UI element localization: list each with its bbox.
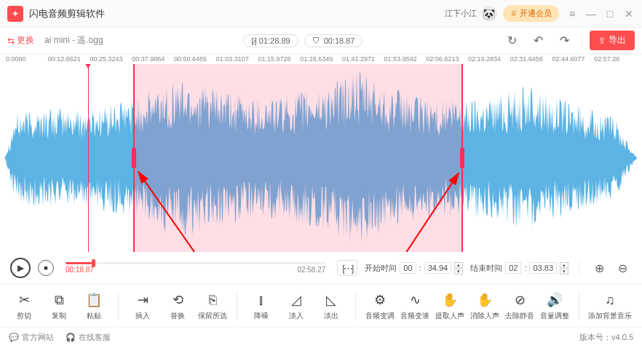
action-insert[interactable]: ⇥插入 bbox=[127, 292, 158, 321]
action-copy[interactable]: ⧉复制 bbox=[44, 292, 74, 321]
end-min[interactable]: 02 bbox=[505, 262, 521, 274]
start-down[interactable]: ▾ bbox=[454, 269, 463, 274]
shield-icon: ⛉ bbox=[312, 36, 320, 45]
fadein-icon: ◿ bbox=[291, 292, 301, 308]
progress-knob[interactable] bbox=[92, 259, 95, 267]
ruler-tick: 01:15.9728 bbox=[258, 55, 300, 64]
keep-label: 保留所选 bbox=[198, 311, 227, 321]
action-removev[interactable]: ✋消除人声 bbox=[469, 292, 500, 321]
action-denoise[interactable]: ⫿降噪 bbox=[246, 292, 277, 321]
start-sec[interactable]: 34.94 bbox=[424, 262, 452, 274]
paste-label: 粘贴 bbox=[87, 311, 101, 321]
fadein-label: 淡入 bbox=[289, 311, 304, 321]
export-button[interactable]: ⇪ 导出 bbox=[590, 31, 635, 50]
selection-handle-right[interactable] bbox=[460, 148, 464, 168]
support-label: 在线客服 bbox=[79, 332, 111, 343]
bgm-icon: ♫ bbox=[605, 292, 615, 308]
end-down[interactable]: ▾ bbox=[560, 269, 568, 274]
copy-label: 复制 bbox=[52, 311, 66, 321]
note-icon: [♪] bbox=[251, 36, 255, 45]
action-cut[interactable]: ✂剪切 bbox=[9, 292, 39, 321]
stop-button[interactable]: ■ bbox=[38, 260, 54, 276]
speed-label: 音频变速 bbox=[400, 311, 429, 321]
export-icon: ⇪ bbox=[598, 36, 606, 46]
vip-button[interactable]: ♕ 开通会员 bbox=[503, 5, 559, 22]
action-replace[interactable]: ⟲替换 bbox=[162, 292, 193, 321]
file-name: ai mini - 遥.ogg bbox=[44, 34, 103, 47]
insert-icon: ⇥ bbox=[138, 292, 148, 308]
start-up[interactable]: ▴ bbox=[454, 262, 463, 268]
swap-label: 更换 bbox=[17, 34, 34, 47]
pitch-label: 音频变调 bbox=[365, 311, 395, 321]
speed-icon: ∿ bbox=[410, 292, 421, 308]
removesilence-label: 去除静音 bbox=[505, 311, 534, 321]
fadeout-icon: ◺ bbox=[326, 292, 336, 308]
ruler-tick: 00:50.6485 bbox=[174, 55, 216, 64]
progress-bar[interactable] bbox=[66, 262, 325, 264]
keep-icon: ⎘ bbox=[209, 292, 217, 308]
copy-icon: ⧉ bbox=[55, 292, 64, 308]
user-name[interactable]: 江下小江 bbox=[445, 8, 477, 19]
swap-file-button[interactable]: ⇆ 更换 bbox=[7, 34, 34, 47]
undo-button[interactable]: ↶ bbox=[529, 31, 548, 50]
pitch-icon: ⚙ bbox=[374, 292, 386, 308]
action-fadeout[interactable]: ◺淡出 bbox=[316, 292, 346, 321]
ruler-tick: 0.0000 bbox=[6, 55, 48, 64]
denoise-icon: ⫿ bbox=[258, 292, 265, 308]
waveform-canvas[interactable] bbox=[4, 64, 638, 252]
end-time-editor: 结束时间 02: 03.83 ▴ ▾ bbox=[470, 262, 568, 274]
fadeout-label: 淡出 bbox=[324, 311, 338, 321]
playhead[interactable] bbox=[88, 64, 89, 252]
action-bgm[interactable]: ♫添加背景音乐 bbox=[588, 292, 632, 321]
site-label: 官方网站 bbox=[22, 332, 54, 343]
bgm-label: 添加背景音乐 bbox=[588, 311, 632, 321]
ruler-tick: 01:03.3107 bbox=[216, 55, 258, 64]
ruler-tick: 00:25.3243 bbox=[90, 55, 132, 64]
action-pitch[interactable]: ⚙音频变调 bbox=[365, 292, 395, 321]
play-button[interactable]: ▶ bbox=[10, 258, 31, 278]
redo-button[interactable]: ↷ bbox=[555, 31, 574, 50]
start-min[interactable]: 00 bbox=[400, 262, 416, 274]
action-volume[interactable]: 🔊音量调整 bbox=[539, 292, 570, 321]
vip-label: 开通会员 bbox=[520, 9, 552, 17]
start-time-editor: 开始时间 00: 34.94 ▴ ▾ bbox=[365, 262, 463, 274]
action-extract[interactable]: ✋提取人声 bbox=[435, 292, 465, 321]
end-up[interactable]: ▴ bbox=[560, 262, 568, 268]
action-removesilence[interactable]: ⊘去除静音 bbox=[504, 292, 535, 321]
removesilence-icon: ⊘ bbox=[515, 292, 526, 308]
volume-label: 音量调整 bbox=[540, 311, 569, 321]
removev-icon: ✋ bbox=[477, 292, 493, 308]
selection-region[interactable] bbox=[133, 64, 463, 252]
official-site-link[interactable]: 💬 官方网站 bbox=[9, 332, 54, 343]
user-avatar[interactable]: 🐼 bbox=[481, 6, 497, 22]
menu-icon[interactable]: ≡ bbox=[566, 8, 578, 20]
selection-handle-left[interactable] bbox=[132, 148, 136, 168]
action-fadein[interactable]: ◿淡入 bbox=[281, 292, 312, 321]
mark-range-button[interactable]: [⋯] bbox=[337, 260, 357, 276]
denoise-label: 降噪 bbox=[254, 311, 269, 321]
insert-label: 插入 bbox=[135, 311, 150, 321]
maximize-icon[interactable]: □ bbox=[604, 8, 616, 20]
zoom-in-button[interactable]: ⊕ bbox=[590, 258, 609, 277]
zoom-out-button[interactable]: ⊖ bbox=[613, 258, 632, 277]
action-paste[interactable]: 📋粘贴 bbox=[79, 292, 109, 321]
replace-icon: ⟲ bbox=[173, 292, 183, 308]
refresh-button[interactable]: ↻ bbox=[503, 31, 522, 50]
title-bar: ✦ 闪电音频剪辑软件 江下小江 🐼 ♕ 开通会员 ≡ — □ ✕ bbox=[0, 0, 642, 28]
current-time: 00:18.87 bbox=[66, 266, 94, 274]
action-speed[interactable]: ∿音频变速 bbox=[400, 292, 430, 321]
start-label: 开始时间 bbox=[365, 263, 397, 274]
ruler-tick: 02:06.6213 bbox=[426, 55, 468, 64]
extract-label: 提取人声 bbox=[435, 311, 464, 321]
playback-controls: ▶ ■ 00:18.87 02:58.27 [⋯] 开始时间 00: 34.94… bbox=[0, 252, 642, 285]
cut-icon: ✂ bbox=[19, 292, 30, 308]
paste-icon: 📋 bbox=[86, 292, 102, 308]
ruler-tick: 01:28.6349 bbox=[300, 55, 342, 64]
support-link[interactable]: 🎧 在线客服 bbox=[66, 332, 111, 343]
action-keep[interactable]: ⎘保留所选 bbox=[197, 292, 228, 321]
headset-icon: 🎧 bbox=[66, 333, 76, 342]
end-sec[interactable]: 03.83 bbox=[529, 262, 557, 274]
minimize-icon[interactable]: — bbox=[585, 8, 597, 20]
volume-icon: 🔊 bbox=[547, 292, 563, 308]
close-icon[interactable]: ✕ bbox=[623, 8, 635, 20]
